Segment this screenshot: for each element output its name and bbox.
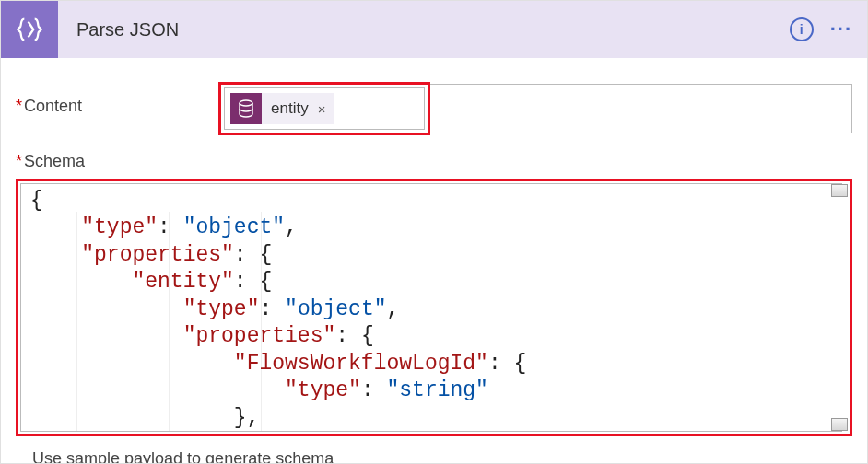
token-label: entity	[262, 99, 318, 118]
content-input-extra[interactable]	[430, 84, 852, 133]
content-input[interactable]: entity ×	[224, 87, 425, 130]
generate-schema-link[interactable]: Use sample payload to generate schema	[32, 449, 852, 464]
svg-point-0	[240, 100, 252, 106]
code-line: "properties": {	[30, 242, 839, 269]
code-line: "type": "string"	[30, 377, 839, 404]
content-input-wrap: entity ×	[218, 82, 852, 135]
schema-field: *Schema { "type": "object", "properties"…	[16, 152, 852, 436]
content-field-row: *Content entity ×	[16, 82, 852, 135]
code-line: "type": "object",	[30, 296, 839, 323]
code-line: "type": "object",	[30, 215, 839, 241]
schema-highlight: { "type": "object", "properties": { "ent…	[16, 179, 852, 436]
action-title: Parse JSON	[76, 19, 790, 41]
info-icon[interactable]: i	[790, 17, 814, 41]
content-label: *Content	[16, 82, 218, 116]
schema-editor[interactable]: { "type": "object", "properties": { "ent…	[20, 183, 842, 432]
header-actions: i ···	[790, 17, 852, 41]
token-remove-icon[interactable]: ×	[318, 101, 335, 117]
code-line: {	[30, 188, 839, 215]
code-line: "FlowsWorkflowLogId": {	[30, 351, 839, 377]
schema-label: *Schema	[16, 152, 852, 171]
more-menu-icon[interactable]: ···	[830, 17, 852, 41]
code-line: "entity": {	[30, 269, 839, 296]
content-highlight: entity ×	[218, 82, 430, 135]
parse-json-icon	[1, 1, 58, 58]
action-header: Parse JSON i ···	[1, 1, 867, 58]
action-body: *Content entity ×	[1, 58, 867, 464]
entity-token[interactable]: entity ×	[230, 93, 334, 124]
database-icon	[230, 93, 262, 124]
code-line: },	[30, 405, 839, 432]
code-line: "properties": {	[30, 323, 839, 350]
